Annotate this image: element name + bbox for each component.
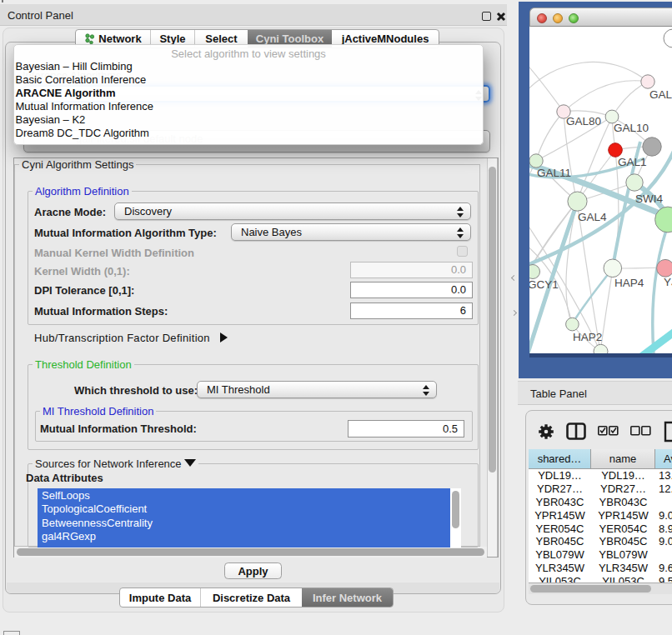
svg-text:GAL11: GAL11 bbox=[537, 167, 571, 179]
svg-text:GCY1: GCY1 bbox=[529, 278, 559, 291]
svg-text:HAP4: HAP4 bbox=[614, 277, 644, 289]
svg-text:GAL10: GAL10 bbox=[614, 122, 649, 134]
svg-text:YJL: YJL bbox=[664, 276, 672, 288]
svg-text:HAP2: HAP2 bbox=[573, 331, 602, 343]
svg-text:GAL80: GAL80 bbox=[566, 115, 601, 128]
svg-text:GAL7: GAL7 bbox=[649, 88, 672, 101]
svg-text:GAL1: GAL1 bbox=[618, 156, 647, 168]
svg-text:GAL4: GAL4 bbox=[578, 211, 607, 223]
svg-text:SWI4: SWI4 bbox=[635, 192, 663, 205]
